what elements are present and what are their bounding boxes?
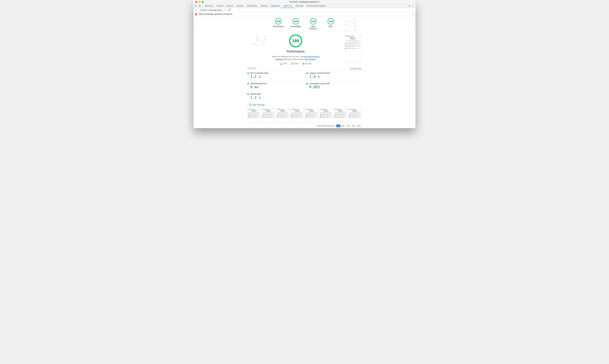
- filmstrip-thumbnail[interactable]: ▸Webdesign Specialist≡Strategie, Design,…: [305, 108, 318, 123]
- metric-name: Speed Index: [250, 93, 261, 95]
- metric-name: First Contentful Paint: [250, 72, 268, 74]
- audit-filter: Show audits relevant to: AllFCPLCPTBTCLS: [247, 125, 362, 127]
- legend-pass-icon: [303, 63, 304, 65]
- metric-value: 1.4 s: [306, 75, 362, 78]
- gauge-score: 100: [327, 18, 334, 25]
- summary-gauge-accessibility[interactable]: 100Accessibility: [290, 18, 301, 30]
- settings-gear-icon[interactable]: [408, 4, 411, 8]
- filter-chip-fcp[interactable]: FCP: [340, 125, 346, 127]
- gauge-score: 100: [275, 18, 282, 25]
- fullscreen-window-button[interactable]: [202, 1, 204, 3]
- devtools-tab-memory[interactable]: Memory: [259, 4, 269, 8]
- window-title: DevTools - webdesign-specialist.nl/: [290, 1, 319, 3]
- svg-rect-1: [200, 6, 200, 7]
- gauge-label: Best Practices: [308, 25, 319, 30]
- minimize-window-button[interactable]: [199, 1, 200, 3]
- metrics-section-head: METRICS Expand view: [247, 67, 362, 69]
- more-vert-icon[interactable]: [411, 4, 415, 8]
- gauge-label: Performance: [273, 25, 284, 28]
- metric-first-contentful-paint: First Contentful Paint1.2 s: [247, 70, 303, 81]
- close-window-button[interactable]: [195, 1, 197, 3]
- device-toggle-icon[interactable]: [198, 4, 201, 8]
- devtools-tab-performance[interactable]: Performance: [245, 4, 259, 8]
- summary-gauge-performance[interactable]: 100Performance: [273, 18, 284, 30]
- metric-total-blocking-time: Total Blocking Time0 ms: [247, 81, 303, 91]
- devtools-tab-console[interactable]: Console: [215, 4, 225, 8]
- report-selector-label: 10:04:40 - webdesign-speci…: [200, 9, 223, 11]
- devtools-window: DevTools - webdesign-specialist.nl/ Elem…: [194, 0, 415, 128]
- devtools-tab-strip: ElementsConsoleSourcesNetworkPerformance…: [194, 4, 415, 8]
- summary-gauge-seo[interactable]: 100SEO: [325, 18, 336, 30]
- new-report-button[interactable]: +: [195, 9, 198, 11]
- metric-value: 1.2 s: [247, 95, 303, 99]
- metric-name: Cumulative Layout Shift: [310, 82, 330, 85]
- svg-point-2: [409, 6, 410, 6]
- filter-label: Show audits relevant to:: [317, 125, 336, 127]
- filter-chip-tbt[interactable]: TBT: [351, 125, 356, 127]
- legend-average-icon: [291, 63, 293, 65]
- gauge-label: Accessibility: [291, 25, 301, 28]
- metric-name: Total Blocking Time: [250, 82, 267, 85]
- performance-summary: 100 Performance Values are estimated and…: [264, 34, 327, 65]
- metric-value: 0 ms: [247, 85, 303, 89]
- svg-point-5: [413, 6, 413, 7]
- devtools-tab-sources[interactable]: Sources: [225, 4, 235, 8]
- filmstrip-thumbnail[interactable]: ▸Webdesign Specialist≡Strategie, Design,…: [334, 108, 347, 123]
- devtools-tab-network[interactable]: Network: [235, 4, 245, 8]
- beaker-icon: ⚗: [325, 5, 326, 7]
- pass-bullet-icon: [306, 83, 308, 84]
- report-selector[interactable]: 10:04:40 - webdesign-speci… ▼: [199, 9, 227, 12]
- filter-chip-all[interactable]: All: [336, 125, 340, 127]
- filmstrip: ▸Webdesign Specialist≡Strategie, Design,…: [247, 108, 362, 123]
- gauge-label: SEO: [329, 25, 333, 28]
- svg-point-8: [413, 14, 413, 15]
- metric-cumulative-layout-shift: Cumulative Layout Shift0.003: [306, 81, 362, 91]
- filmstrip-thumbnail[interactable]: ▸Webdesign Specialist≡Strategie, Design,…: [276, 108, 290, 123]
- filmstrip-thumbnail[interactable]: ▸Webdesign Specialist≡Strategie, Design,…: [291, 108, 304, 123]
- metric-value: 1.2 s: [247, 75, 303, 78]
- summary-gauge-best-practices[interactable]: 100Best Practices: [308, 18, 319, 30]
- svg-point-7: [413, 14, 413, 14]
- report-more-vert-icon[interactable]: [412, 13, 414, 15]
- view-treemap-button[interactable]: View Treemap: [247, 103, 266, 107]
- lighthouse-logo-icon: [195, 13, 197, 15]
- gauge-score: 100: [293, 18, 299, 25]
- gauge-score: 100: [310, 18, 316, 25]
- devtools-tab-application[interactable]: Application: [269, 4, 282, 8]
- performance-title: Performance: [286, 50, 305, 53]
- pass-bullet-icon: [247, 83, 249, 84]
- devtools-tab-lighthouse[interactable]: Lighthouse: [282, 4, 294, 8]
- expand-view-toggle[interactable]: Expand view: [350, 67, 362, 69]
- score-legend: 0–49 50–89 90–100: [280, 63, 311, 65]
- metrics-heading: METRICS: [247, 67, 256, 69]
- summary-gauges: 100Performance100Accessibility100Best Pr…: [194, 16, 415, 31]
- traffic-lights: [194, 1, 204, 3]
- url-row: https://webdesign-specialist.nl/#feature…: [194, 12, 415, 16]
- mac-titlebar: DevTools - webdesign-specialist.nl/: [194, 0, 415, 4]
- legend-fail-icon: [280, 63, 282, 65]
- filmstrip-thumbnail[interactable]: ▸Webdesign Specialist≡Strategie, Design,…: [348, 108, 362, 123]
- clear-icon[interactable]: [228, 9, 231, 11]
- lighthouse-report: 100Performance100Accessibility100Best Pr…: [194, 16, 415, 128]
- filmstrip-thumbnail[interactable]: ▸Webdesign Specialist≡Strategie, Design,…: [262, 108, 275, 123]
- filter-chip-cls[interactable]: CLS: [356, 125, 362, 127]
- devtools-tab-recorder[interactable]: Recorder: [294, 4, 305, 8]
- svg-point-6: [413, 13, 413, 13]
- filmstrip-thumbnail[interactable]: ▸Webdesign Specialist≡Strategie, Design,…: [247, 108, 261, 123]
- see-calculator-link[interactable]: See calculator.: [305, 58, 316, 60]
- chevron-down-icon: ▼: [224, 9, 226, 11]
- metric-largest-contentful-paint: Largest Contentful Paint1.4 s: [306, 70, 362, 81]
- filter-chip-lcp[interactable]: LCP: [346, 125, 351, 127]
- metric-speed-index: Speed Index1.2 s: [247, 91, 303, 102]
- svg-point-3: [413, 5, 413, 5]
- performance-description: Values are estimated and may vary. The p…: [269, 55, 323, 60]
- pass-bullet-icon: [247, 73, 249, 74]
- devtools-tab-elements[interactable]: Elements: [204, 4, 215, 8]
- devtools-tab-performance-insights[interactable]: Performance insights ⚗: [305, 4, 328, 8]
- inspect-element-icon[interactable]: [194, 4, 198, 8]
- filmstrip-thumbnail[interactable]: ▸Webdesign Specialist≡Strategie, Design,…: [319, 108, 333, 123]
- metric-name: Largest Contentful Paint: [310, 72, 330, 74]
- treemap-icon: [249, 104, 251, 106]
- performance-score-gauge: 100: [289, 34, 302, 47]
- pass-bullet-icon: [247, 93, 249, 95]
